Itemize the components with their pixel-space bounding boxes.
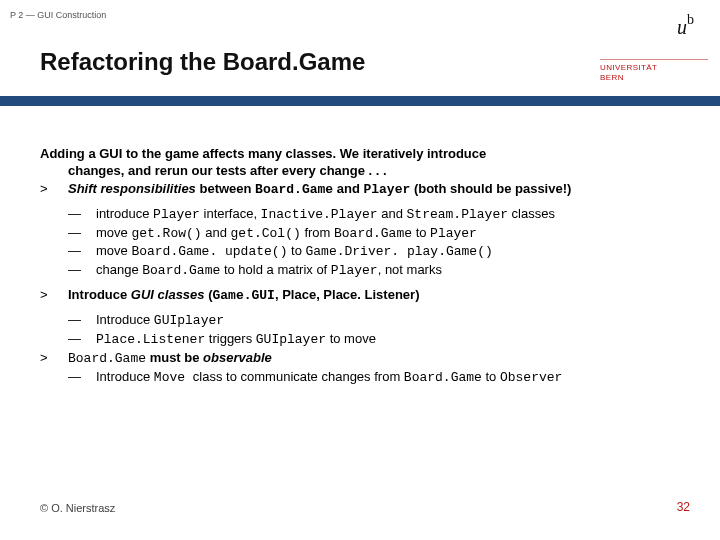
logo-uni: UNIVERSITÄT [600,63,657,72]
sub-move-getrow: — move get.Row() and get.Col() from Boar… [68,225,690,243]
slide-body: Adding a GUI to the game affects many cl… [40,146,690,387]
sub-change-matrix: — change Board.Game to hold a matrix of … [68,262,690,280]
sub-introduce-move: — Introduce Move class to communicate ch… [68,369,690,387]
logo-ub: ub [677,16,694,39]
bullet-shift-responsibilities: > Shift responsibilities between Board.G… [40,181,690,199]
university-logo: ub UNIVERSITÄT BERN [604,0,708,94]
intro-text: Adding a GUI to the game affects many cl… [40,146,690,179]
bullet-introduce-gui: > Introduce GUI classes (Game.GUI, Place… [40,287,690,305]
header: P 2 — GUI Construction Refactoring the B… [0,0,720,98]
slide-title: Refactoring the Board.Game [40,48,365,76]
page-number: 32 [677,500,690,514]
sub-introduce-guiplayer: — Introduce GUIplayer [68,312,690,330]
sub-placelistener: — Place.Listener triggers GUIplayer to m… [68,331,690,349]
logo-divider [600,59,708,60]
course-label: P 2 — GUI Construction [10,10,106,20]
sub-introduce-player: — introduce Player interface, Inactive.P… [68,206,690,224]
slide: P 2 — GUI Construction Refactoring the B… [0,0,720,540]
logo-bern: BERN [600,73,624,82]
header-stripe [0,96,720,106]
bullet-observable: > Board.Game must be observable [40,350,690,368]
sub-move-update: — move Board.Game. update() to Game.Driv… [68,243,690,261]
copyright: © O. Nierstrasz [40,502,115,514]
